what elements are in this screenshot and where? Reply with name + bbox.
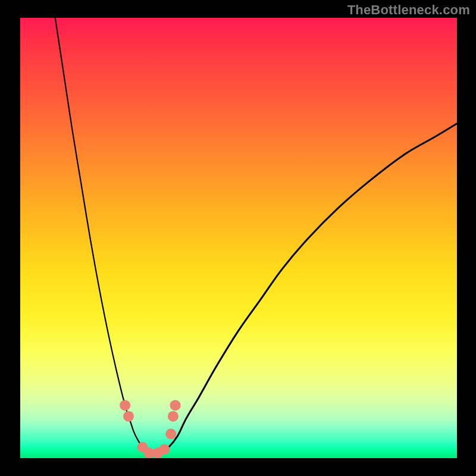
watermark-text: TheBottleneck.com — [347, 2, 470, 18]
curve-marker — [120, 400, 130, 411]
curve-marker — [170, 400, 181, 411]
curve-marker — [123, 411, 134, 422]
right-curve — [160, 124, 457, 454]
curves-svg — [20, 18, 457, 458]
curve-markers — [120, 400, 180, 458]
chart-stage: TheBottleneck.com — [0, 0, 476, 476]
curve-marker — [159, 444, 170, 455]
curve-marker — [165, 428, 176, 439]
plot-area — [20, 18, 457, 458]
left-curve — [55, 18, 151, 454]
curve-marker — [168, 411, 178, 422]
